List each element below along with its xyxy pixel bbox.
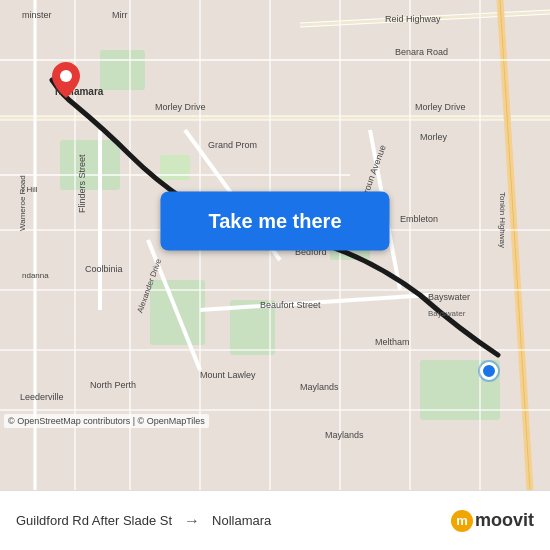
svg-text:Wameroe Road: Wameroe Road xyxy=(18,175,27,231)
svg-text:Reid Highway: Reid Highway xyxy=(385,14,441,24)
take-me-there-button[interactable]: Take me there xyxy=(160,191,389,250)
svg-text:Beaufort Street: Beaufort Street xyxy=(260,300,321,310)
svg-rect-6 xyxy=(100,50,145,90)
svg-text:Tonkin Highway: Tonkin Highway xyxy=(498,192,507,248)
svg-text:Grand Prom: Grand Prom xyxy=(208,140,257,150)
svg-text:Meltham: Meltham xyxy=(375,337,410,347)
svg-text:Embleton: Embleton xyxy=(400,214,438,224)
map-attribution: © OpenStreetMap contributors | © OpenMap… xyxy=(4,414,209,428)
svg-text:Mount Lawley: Mount Lawley xyxy=(200,370,256,380)
svg-text:Coolbinia: Coolbinia xyxy=(85,264,123,274)
moovit-logo: m moovit xyxy=(451,510,534,532)
svg-text:Flinders Street: Flinders Street xyxy=(77,154,87,213)
route-to-label: Nollamara xyxy=(212,513,271,528)
svg-point-61 xyxy=(60,70,72,82)
bottom-bar: Guildford Rd After Slade St → Nollamara … xyxy=(0,490,550,550)
svg-rect-1 xyxy=(60,140,120,190)
origin-dot xyxy=(480,362,498,380)
moovit-icon: m xyxy=(451,510,473,532)
destination-pin xyxy=(52,62,80,98)
svg-text:minster: minster xyxy=(22,10,52,20)
moovit-wordmark: moovit xyxy=(475,510,534,531)
svg-text:ndanna: ndanna xyxy=(22,271,49,280)
svg-text:Maylands: Maylands xyxy=(300,382,339,392)
app: minster Mirr Reid Highway Benara Road Mo… xyxy=(0,0,550,550)
svg-text:Benara Road: Benara Road xyxy=(395,47,448,57)
route-from-label: Guildford Rd After Slade St xyxy=(16,513,172,528)
svg-text:Morley: Morley xyxy=(420,132,448,142)
svg-text:Bayswater: Bayswater xyxy=(428,292,470,302)
svg-text:Mirr: Mirr xyxy=(112,10,128,20)
map-container: minster Mirr Reid Highway Benara Road Mo… xyxy=(0,0,550,490)
svg-text:Morley Drive: Morley Drive xyxy=(155,102,206,112)
svg-text:Morley Drive: Morley Drive xyxy=(415,102,466,112)
svg-text:Maylands: Maylands xyxy=(325,430,364,440)
svg-text:t Hill: t Hill xyxy=(22,185,38,194)
svg-rect-5 xyxy=(160,155,190,180)
svg-text:Leederville: Leederville xyxy=(20,392,64,402)
svg-text:North Perth: North Perth xyxy=(90,380,136,390)
route-arrow: → xyxy=(184,512,200,530)
svg-text:Bayswater: Bayswater xyxy=(428,309,466,318)
